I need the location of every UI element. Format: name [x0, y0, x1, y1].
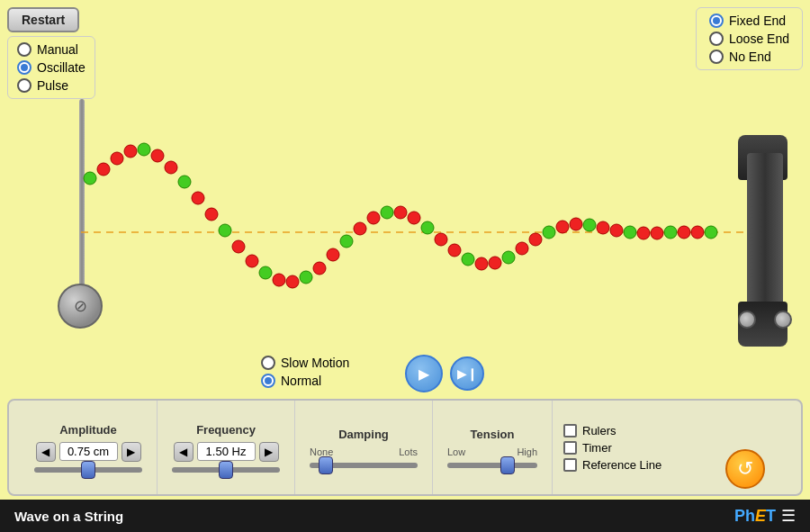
tension-slider[interactable]	[447, 463, 537, 468]
damping-slider[interactable]	[310, 463, 418, 468]
wave-beads	[84, 143, 717, 288]
damping-label: Damping	[338, 428, 389, 441]
svg-point-3	[124, 145, 137, 158]
rulers-label: Rulers	[582, 424, 616, 437]
reference-line-checkbox-item[interactable]: Reference Line	[563, 458, 662, 472]
svg-point-24	[408, 212, 420, 224]
svg-point-17	[313, 262, 326, 275]
timer-checkbox[interactable]	[563, 441, 577, 455]
svg-point-12	[246, 255, 258, 267]
tension-control: Tension Low High	[433, 401, 553, 494]
svg-point-19	[340, 235, 353, 248]
mode-manual[interactable]: Manual	[17, 42, 86, 57]
svg-point-6	[165, 161, 177, 174]
mode-oscillate[interactable]: Oscillate	[17, 60, 86, 75]
restart-button[interactable]: Restart	[7, 7, 79, 32]
frequency-decrease-button[interactable]: ◀	[174, 442, 194, 462]
svg-point-28	[462, 253, 474, 266]
frequency-value-row: ◀ 1.50 Hz ▶	[174, 442, 279, 462]
frequency-increase-button[interactable]: ▶	[259, 442, 279, 462]
mode-pulse[interactable]: Pulse	[17, 78, 86, 93]
checkboxes-group: Rulers Timer Reference Line	[553, 424, 672, 472]
amplitude-increase-button[interactable]: ▶	[122, 442, 141, 462]
top-controls: Restart Manual Oscillate Pulse	[7, 7, 95, 99]
svg-point-37	[583, 219, 596, 231]
rulers-checkbox-item[interactable]: Rulers	[563, 424, 662, 437]
svg-point-0	[84, 172, 96, 185]
normal-radio[interactable]	[261, 374, 275, 388]
frequency-label: Frequency	[196, 423, 256, 437]
svg-point-33	[529, 233, 542, 246]
normal-option[interactable]: Normal	[261, 374, 349, 388]
frequency-slider-container	[172, 467, 280, 473]
phet-i: E	[755, 507, 766, 525]
svg-point-8	[192, 192, 204, 204]
frequency-slider[interactable]	[172, 467, 280, 473]
svg-point-38	[597, 221, 609, 234]
svg-point-22	[381, 206, 393, 219]
damping-control: Damping None Lots	[295, 401, 433, 494]
end-fixed[interactable]: Fixed End	[709, 14, 789, 28]
manual-radio[interactable]	[17, 42, 32, 57]
footer: Wave on a String PhET ☰	[0, 500, 810, 532]
svg-point-5	[151, 149, 164, 162]
end-none[interactable]: No End	[709, 50, 789, 64]
reference-line-checkbox[interactable]	[563, 458, 577, 472]
fixed-end-label: Fixed End	[729, 14, 786, 28]
slow-motion-label: Slow Motion	[281, 356, 349, 370]
svg-point-46	[705, 226, 717, 239]
phet-logo: PhET ☰	[734, 506, 796, 526]
amplitude-value: 0.75 cm	[59, 442, 118, 461]
refresh-button[interactable]: ↺	[725, 449, 765, 489]
tension-label: Tension	[471, 428, 515, 441]
svg-point-20	[354, 222, 366, 235]
play-button[interactable]: ▶	[405, 355, 443, 392]
no-end-label: No End	[729, 50, 771, 64]
timer-checkbox-item[interactable]: Timer	[563, 441, 662, 455]
slow-motion-option[interactable]: Slow Motion	[261, 356, 349, 370]
oscillate-radio[interactable]	[17, 60, 32, 75]
timer-label: Timer	[582, 441, 612, 455]
manual-label: Manual	[37, 42, 78, 57]
reference-line-label: Reference Line	[582, 458, 662, 472]
fixed-end-radio[interactable]	[709, 14, 724, 28]
slow-motion-radio[interactable]	[261, 356, 275, 370]
mode-radio-group: Restart Manual Oscillate Pulse	[7, 7, 95, 99]
rulers-checkbox[interactable]	[563, 424, 577, 437]
svg-point-43	[664, 226, 677, 239]
amplitude-control: Amplitude ◀ 0.75 cm ▶	[20, 401, 158, 494]
svg-point-4	[138, 143, 150, 156]
hamburger-icon[interactable]: ☰	[781, 506, 796, 526]
svg-point-1	[97, 163, 110, 176]
frequency-control: Frequency ◀ 1.50 Hz ▶	[158, 401, 295, 494]
svg-point-39	[610, 224, 623, 237]
motion-controls: Slow Motion Normal	[261, 356, 349, 388]
mode-group: Manual Oscillate Pulse	[7, 36, 95, 99]
svg-point-45	[691, 226, 704, 239]
amplitude-label: Amplitude	[59, 423, 117, 437]
amplitude-value-row: ◀ 0.75 cm ▶	[36, 442, 141, 462]
svg-point-14	[273, 274, 285, 286]
end-type-group: Fixed End Loose End No End	[696, 7, 803, 70]
normal-label: Normal	[281, 374, 321, 388]
footer-title: Wave on a String	[14, 509, 123, 524]
step-button[interactable]: ▶❙	[450, 356, 484, 391]
loose-end-radio[interactable]	[709, 32, 724, 46]
svg-point-29	[475, 257, 488, 270]
svg-point-9	[205, 208, 218, 221]
bottom-panel: Amplitude ◀ 0.75 cm ▶ Frequency ◀ 1.50 H…	[7, 399, 803, 496]
phet-ph: Ph	[734, 507, 755, 525]
end-loose[interactable]: Loose End	[709, 32, 789, 46]
svg-point-40	[624, 226, 636, 239]
loose-end-label: Loose End	[729, 32, 789, 46]
oscillate-label: Oscillate	[37, 60, 86, 75]
pulse-radio[interactable]	[17, 78, 32, 93]
svg-point-44	[678, 226, 690, 239]
no-end-radio[interactable]	[709, 50, 724, 64]
svg-point-2	[111, 152, 123, 165]
play-controls: ▶ ▶❙	[405, 355, 484, 392]
amplitude-decrease-button[interactable]: ◀	[36, 442, 56, 462]
svg-point-23	[394, 206, 407, 219]
amplitude-slider[interactable]	[34, 467, 142, 473]
svg-point-13	[259, 266, 272, 279]
